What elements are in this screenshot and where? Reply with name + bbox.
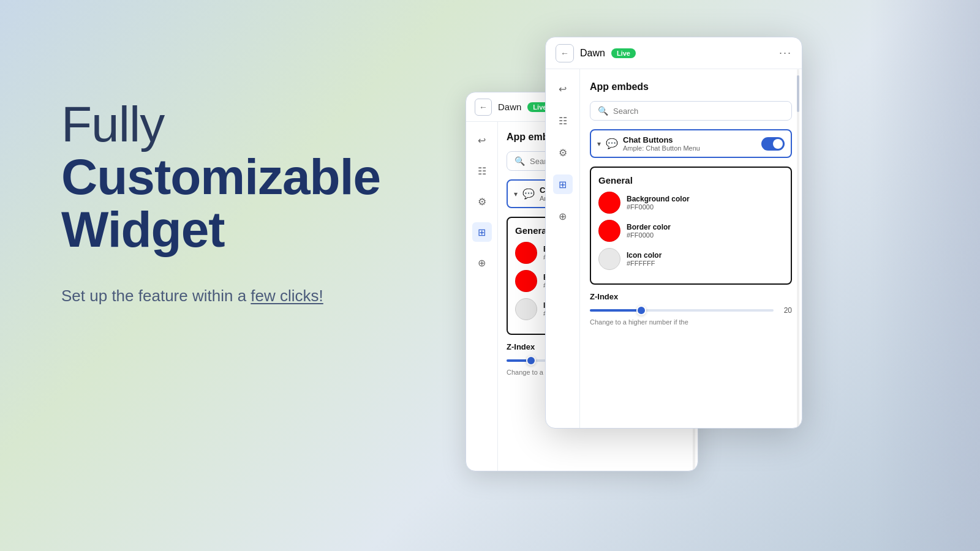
search-bar-front[interactable]: 🔍 bbox=[590, 101, 792, 121]
hero-section: Fully Customizable Widget Set up the fea… bbox=[61, 98, 380, 305]
slider-fill-front bbox=[590, 309, 641, 312]
theme-name-front: Dawn bbox=[580, 48, 605, 59]
general-title-front: General bbox=[598, 175, 783, 186]
background-color-swatch[interactable] bbox=[515, 242, 537, 264]
front-background-color-label: Background color bbox=[627, 195, 690, 203]
theme-name-back: Dawn bbox=[498, 102, 521, 112]
cb-sub-front: Ample: Chat Button Menu bbox=[623, 144, 756, 152]
chat-icon-back: 💬 bbox=[522, 188, 535, 200]
sidebar-icon-nav[interactable]: ⊕ bbox=[472, 253, 492, 272]
front-background-color-info: Background color #FF0000 bbox=[627, 195, 690, 211]
live-badge-front: Live bbox=[611, 48, 636, 58]
hero-subtitle: Set up the feature within a few clicks! bbox=[61, 287, 380, 305]
sidebar-icon-front-blocks[interactable]: ⊞ bbox=[553, 174, 573, 194]
chat-buttons-info-front: Chat Buttons Ample: Chat Button Menu bbox=[623, 135, 756, 152]
front-icon-color-swatch[interactable] bbox=[598, 248, 620, 270]
hero-title-line2: Customizable bbox=[61, 149, 380, 204]
cb-title-front: Chat Buttons bbox=[623, 135, 756, 144]
front-border-color-info: Border color #FF0000 bbox=[627, 223, 671, 239]
scrollbar-front[interactable] bbox=[797, 69, 799, 428]
general-section-front: General Background color #FF0000 Border … bbox=[590, 167, 792, 285]
front-border-color-label: Border color bbox=[627, 223, 671, 231]
search-input-front[interactable] bbox=[613, 107, 784, 116]
panel-back-sidebar: ↩ ☷ ⚙ ⊞ ⊕ bbox=[466, 122, 498, 471]
panel-front: ← Dawn Live ··· ↩ ☷ ⚙ ⊞ ⊕ App embeds 🔍 ▾ bbox=[545, 37, 802, 429]
z-index-section-front: Z-Index 20 Change to a higher number if … bbox=[590, 292, 792, 326]
sidebar-icon-front-nav[interactable]: ⊕ bbox=[553, 206, 573, 226]
app-embeds-title-front: App embeds bbox=[590, 81, 792, 92]
front-icon-color-label: Icon color bbox=[627, 251, 662, 260]
right-fade-overlay bbox=[870, 0, 980, 551]
panel-front-content: App embeds 🔍 ▾ 💬 Chat Buttons Ample: Cha… bbox=[580, 69, 802, 428]
front-icon-color-hex: #FFFFFF bbox=[627, 260, 662, 267]
dots-menu-front[interactable]: ··· bbox=[779, 47, 792, 59]
slider-row-front: 20 bbox=[590, 306, 792, 315]
front-color-row-background: Background color #FF0000 bbox=[598, 192, 783, 214]
scrollbar-thumb-front bbox=[797, 75, 799, 112]
chat-buttons-row-front[interactable]: ▾ 💬 Chat Buttons Ample: Chat Button Menu bbox=[590, 129, 792, 158]
search-icon-back: 🔍 bbox=[514, 156, 525, 166]
sidebar-icon-front-settings[interactable]: ⚙ bbox=[553, 143, 573, 162]
hero-title-line3: Widget bbox=[61, 201, 225, 257]
z-hint-front: Change to a higher number if the bbox=[590, 318, 792, 326]
front-color-row-icon: Icon color #FFFFFF bbox=[598, 248, 783, 270]
toggle-front[interactable] bbox=[761, 137, 785, 151]
hero-title: Fully Customizable Widget bbox=[61, 98, 380, 256]
mockup-area: ← Dawn Live ··· ↩ ☷ ⚙ ⊞ ⊕ App embeds 🔍 ▾ bbox=[429, 0, 980, 551]
slider-value-front: 20 bbox=[780, 306, 792, 315]
chevron-icon-back: ▾ bbox=[514, 190, 518, 198]
icon-color-swatch[interactable] bbox=[515, 298, 537, 320]
front-color-row-border: Border color #FF0000 bbox=[598, 220, 783, 242]
chevron-icon-front: ▾ bbox=[597, 140, 601, 148]
border-color-swatch[interactable] bbox=[515, 270, 537, 292]
slider-thumb-front bbox=[636, 305, 646, 315]
sidebar-icon-theme[interactable]: ☷ bbox=[472, 161, 492, 181]
back-icon-front[interactable]: ← bbox=[556, 44, 574, 62]
front-border-color-swatch[interactable] bbox=[598, 220, 620, 242]
front-background-color-swatch[interactable] bbox=[598, 192, 620, 214]
back-arrow-icon-front: ← bbox=[560, 48, 569, 58]
search-icon-front: 🔍 bbox=[598, 106, 608, 116]
slider-track-front[interactable] bbox=[590, 309, 774, 312]
slider-thumb-back bbox=[526, 356, 536, 365]
subtitle-link[interactable]: few clicks! bbox=[251, 287, 323, 305]
chat-icon-front: 💬 bbox=[606, 138, 618, 149]
front-background-color-hex: #FF0000 bbox=[627, 203, 690, 211]
z-index-label-front: Z-Index bbox=[590, 292, 792, 301]
sidebar-icon-front-back[interactable]: ↩ bbox=[553, 79, 573, 99]
front-icon-color-info: Icon color #FFFFFF bbox=[627, 251, 662, 267]
sidebar-icon-front-theme[interactable]: ☷ bbox=[553, 111, 573, 130]
back-icon[interactable]: ← bbox=[475, 99, 492, 116]
subtitle-text: Set up the feature within a bbox=[61, 287, 251, 305]
front-border-color-hex: #FF0000 bbox=[627, 231, 671, 239]
panel-front-sidebar: ↩ ☷ ⚙ ⊞ ⊕ bbox=[546, 69, 580, 428]
sidebar-icon-blocks[interactable]: ⊞ bbox=[472, 222, 492, 242]
hero-title-line1: Fully bbox=[61, 96, 164, 152]
sidebar-icon-settings[interactable]: ⚙ bbox=[472, 192, 492, 211]
sidebar-icon-back-icon[interactable]: ↩ bbox=[472, 130, 492, 150]
panel-front-header: ← Dawn Live ··· bbox=[546, 37, 802, 69]
back-arrow-icon: ← bbox=[479, 102, 488, 112]
